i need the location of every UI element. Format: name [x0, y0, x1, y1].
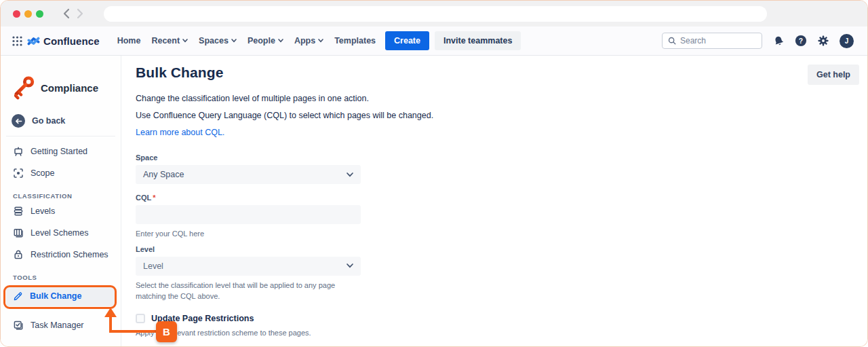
search-placeholder: Search	[680, 36, 706, 45]
scope-target-icon	[13, 168, 24, 179]
chevron-down-icon	[278, 39, 283, 43]
level-field-label: Level	[136, 245, 361, 253]
minimize-window-icon[interactable]	[24, 10, 32, 18]
browser-forward-icon[interactable]	[77, 8, 84, 19]
settings-gear-icon[interactable]	[817, 35, 829, 47]
sidebar-item-task-manager[interactable]: Task Manager	[1, 314, 121, 336]
chevron-down-icon	[318, 39, 323, 43]
sidebar-divider	[6, 136, 115, 136]
pencil-icon	[13, 291, 23, 302]
annotation-label-badge: B	[156, 321, 177, 342]
space-field-label: Space	[136, 153, 361, 162]
nav-item-templates[interactable]: Templates	[329, 32, 381, 50]
required-asterisk: *	[153, 194, 155, 202]
nav-item-apps[interactable]: Apps	[289, 32, 329, 50]
back-arrow-icon	[12, 114, 25, 128]
search-input[interactable]: Search	[662, 33, 762, 49]
user-avatar[interactable]: J	[840, 34, 854, 48]
nav-item-home[interactable]: Home	[112, 32, 146, 50]
notifications-bell-icon[interactable]	[772, 33, 786, 48]
classification-section-heading: CLASSIFICATION	[1, 191, 121, 200]
sidebar-item-getting-started[interactable]: Getting Started	[1, 141, 121, 162]
help-icon[interactable]: ?	[795, 35, 807, 47]
sidebar-item-level-schemes[interactable]: Level Schemes	[1, 222, 121, 244]
cql-helper-text: Enter your CQL here	[136, 228, 361, 240]
intro-text-1: Change the classification level of multi…	[136, 94, 859, 103]
confluence-wordmark: Confluence	[43, 35, 100, 47]
annotation-arrow-line-horizontal	[109, 330, 158, 333]
tools-section-heading: TOOLS	[1, 272, 121, 282]
update-page-restrictions-checkbox[interactable]	[136, 314, 145, 323]
bulk-change-form: Space Any Space CQL* Enter your CQL here…	[136, 153, 361, 347]
chevron-down-icon	[231, 39, 237, 43]
annotation-arrowhead	[104, 308, 117, 317]
chevron-down-icon	[347, 263, 353, 268]
intro-text-2: Use Confluence Query Language (CQL) to s…	[136, 111, 859, 120]
sidebar-item-bulk-change[interactable]: Bulk Change	[6, 286, 115, 306]
cql-field-label: CQL*	[136, 194, 361, 202]
app-navbar: Confluence Home Recent Spaces People App…	[1, 26, 867, 56]
lock-icon	[13, 249, 24, 260]
app-switcher-icon[interactable]	[12, 35, 23, 47]
sidebar-item-levels[interactable]: Levels	[1, 200, 121, 222]
page-title: Bulk Change	[136, 65, 223, 81]
chevron-down-icon	[182, 39, 188, 43]
create-button[interactable]: Create	[385, 31, 429, 50]
browser-chrome	[1, 1, 867, 26]
url-bar[interactable]	[104, 6, 767, 22]
window-controls	[13, 10, 43, 18]
nav-item-recent[interactable]: Recent	[146, 32, 193, 50]
easel-icon	[13, 146, 24, 157]
chevron-down-icon	[347, 172, 353, 177]
space-select[interactable]: Any Space	[136, 165, 361, 184]
confluence-logo-icon	[27, 35, 40, 48]
sidebar-item-scope[interactable]: Scope	[1, 162, 121, 184]
compliance-app-name: Compliance	[41, 82, 98, 94]
get-help-button[interactable]: Get help	[808, 65, 859, 85]
cql-input[interactable]	[136, 205, 361, 224]
nav-item-spaces[interactable]: Spaces	[193, 32, 242, 50]
task-check-icon	[13, 320, 24, 331]
levels-stack-icon	[13, 206, 24, 217]
compliance-sidebar: Compliance Go back Getting Started Scope	[1, 56, 121, 346]
browser-back-icon[interactable]	[62, 8, 70, 19]
learn-more-cql-link[interactable]: Learn more about CQL.	[136, 128, 224, 137]
close-window-icon[interactable]	[13, 10, 20, 18]
maximize-window-icon[interactable]	[36, 10, 43, 18]
key-icon	[10, 74, 36, 101]
confluence-logo[interactable]: Confluence	[27, 35, 100, 48]
search-icon	[668, 37, 676, 45]
invite-teammates-button[interactable]: Invite teammates	[435, 31, 521, 50]
sidebar-item-restriction-schemes[interactable]: Restriction Schemes	[1, 244, 121, 266]
columns-board-icon	[13, 227, 24, 238]
level-select[interactable]: Level	[136, 257, 361, 276]
compliance-logo: Compliance	[1, 73, 121, 102]
go-back-button[interactable]: Go back	[1, 113, 121, 129]
nav-item-people[interactable]: People	[242, 32, 289, 50]
app-window: Confluence Home Recent Spaces People App…	[0, 0, 868, 347]
main-content: Bulk Change Get help Change the classifi…	[122, 56, 867, 346]
level-helper-text: Select the classification level that wil…	[136, 280, 361, 302]
svg-text:?: ?	[799, 37, 803, 45]
